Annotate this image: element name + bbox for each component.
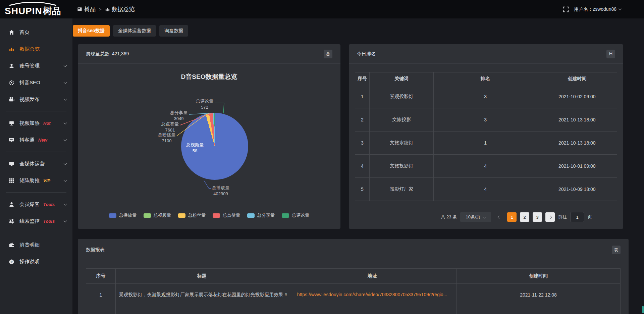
ranking-header-row: 序号 关键词 排名 创建时间 [355,72,617,85]
svg-text:?: ? [11,260,13,263]
cell-index: 1 [355,85,370,108]
chevron-right-icon [548,215,552,219]
page-size-select[interactable]: 10条/页 [460,212,491,222]
legend-item-likes[interactable]: 总点赞量 [213,212,240,218]
pagination: 共 23 条 10条/页 1 2 3 前往 页 [355,212,592,222]
ranking-card-title: 今日排名 [357,51,376,57]
scrollbar-thumb[interactable] [642,306,644,313]
sidebar-item-data-overview[interactable]: 数据总览 [0,41,72,57]
sidebar-item-video-heating[interactable]: 视频加热 Hot [0,115,72,132]
gear-icon [9,80,14,86]
sidebar-item-video-publish[interactable]: 视频发布 [0,91,72,108]
report-table-wrap: 序号 标题 地址 创建时间 1 景观投影灯，夜游景观投影灯厂家展示展示落花灯在花… [86,268,621,314]
sidebar-item-label: 消费明细 [19,242,40,248]
column-header-url: 地址 [288,269,457,284]
cell-rank: 1 [434,132,537,155]
cell-created: 2021-10-02 09:00 [537,85,617,108]
next-page-button[interactable] [545,212,555,222]
brand-logo[interactable]: SHUPIN 树品 [0,0,72,18]
user-icon [9,63,14,69]
goto-page-input[interactable] [570,212,584,222]
column-header-created: 创建时间 [456,269,620,284]
sidebar-item-operation-guide[interactable]: ? 操作说明 [0,253,72,270]
sidebar-item-label: 会员爆客 [19,201,40,208]
pie-callout-likes: 总点赞量7681 [160,121,180,133]
sidebar-item-account-management[interactable]: 账号管理 [0,57,72,74]
chevron-down-icon [483,215,486,218]
legend-item-fans[interactable]: 总粉丝量 [178,212,206,218]
page-button-3[interactable]: 3 [533,212,542,222]
prev-page-button[interactable] [494,212,504,222]
sidebar-item-label: 全媒体运营 [19,161,45,167]
sidebar-item-media-operation[interactable]: 全媒体运营 [0,155,72,172]
table-badge[interactable]: 表 [612,246,621,254]
breadcrumb-root[interactable]: 树品 [77,5,96,13]
cell-keyword: 投影灯厂家 [369,178,433,201]
tab-media-operation-data[interactable]: 全媒体运营数据 [113,25,156,37]
chevron-down-icon [64,81,67,84]
fullscreen-icon[interactable] [563,6,569,12]
ranking-row: 1 景观投影灯 3 2021-10-02 09:00 [355,85,617,108]
breadcrumb-current[interactable]: 数据总览 [105,5,135,13]
logo-arc-icon [7,1,58,6]
report-card-header: 数据报表 表 [78,239,629,261]
legend-item-plays[interactable]: 总播放量 [109,212,137,218]
cell-index: 4 [355,155,370,178]
pie-chart-title: D音SEO数据量总览 [78,72,340,81]
legend-item-videos[interactable]: 总视频量 [144,212,171,218]
cell-rank: 4 [434,155,537,178]
total-count: 共 23 条 [441,214,457,220]
cell-keyword: 文旅投影 [369,108,433,132]
username-dropdown[interactable]: 用户名：zswodun88 [574,6,621,12]
person-icon [9,202,14,207]
chevron-left-icon [497,215,501,219]
sidebar-item-consumption-detail[interactable]: 消费明细 [0,237,72,253]
hot-tag: Hot [43,121,51,126]
sidebar: 首页 数据总览 账号管理 抖音SEO 视频发布 视频加热 Hot 抖客通 New… [0,18,72,314]
topbar-right: 用户名：zswodun88 [563,6,644,12]
new-tag: New [38,138,47,143]
sidebar-item-douketong[interactable]: 抖客通 New [0,132,72,148]
today-ranking-card: 今日排名 日 序号 关键词 排名 创建时间 1 景观投影灯 [349,44,623,229]
report-row [86,306,621,314]
sidebar-item-home[interactable]: 首页 [0,24,72,41]
ranking-row: 4 文旅投影灯 4 2021-10-01 09:00 [355,155,617,178]
sidebar-item-member-baoke[interactable]: 会员爆客 Tools [0,196,72,213]
sidebar-item-matrix-boost[interactable]: 矩阵助推 VIP [0,172,72,189]
report-row: 1 景观投影灯，夜游景观投影灯厂家展示展示落花灯在花园里的灯光投影应用效果 # … [86,284,621,306]
page-button-2[interactable]: 2 [520,212,529,222]
cell-index: 1 [86,284,116,306]
sidebar-item-clue-monitor[interactable]: 线索监控 Tools [0,213,72,229]
chevron-down-icon [64,138,67,141]
total-badge[interactable]: 总 [324,50,332,58]
tab-inquiry-data[interactable]: 询盘数据 [159,25,188,37]
legend-item-shares[interactable]: 总分享量 [247,212,275,218]
sidebar-item-douyin-seo[interactable]: 抖音SEO [0,74,72,91]
column-header-title: 标题 [115,269,288,284]
tab-douyin-seo-data[interactable]: 抖音seo数据 [73,25,110,37]
data-tabs: 抖音seo数据 全媒体运营数据 询盘数据 [73,25,188,37]
app-window-icon [77,7,82,12]
report-table: 序号 标题 地址 创建时间 1 景观投影灯，夜游景观投影灯厂家展示展示落花灯在花… [86,268,621,314]
sidebar-divider [6,233,66,233]
legend-swatch [178,213,185,218]
sidebar-item-label: 线索监控 [19,218,40,224]
day-badge[interactable]: 日 [606,50,615,58]
cell-title: 景观投影灯，夜游景观投影灯厂家展示展示落花灯在花园里的灯光投影应用效果 # [115,284,288,306]
cell-index: 3 [355,132,370,155]
ranking-row: 3 文旅水纹灯 1 2021-10-13 18:00 [355,132,617,155]
billboard-icon [9,120,14,126]
breadcrumb-root-label: 树品 [84,5,96,13]
page-button-1[interactable]: 1 [507,212,517,222]
sidebar-item-label: 账号管理 [19,63,40,69]
report-link[interactable]: https://www.iesdouyin.com/share/video/70… [297,292,447,297]
monitor-icon [9,161,14,167]
chevron-down-icon [64,64,67,67]
impressions-total-title: 展现量总数: 421,369 [86,51,129,57]
legend-item-comments[interactable]: 总评论量 [282,212,309,218]
sidebar-item-label: 抖客通 [19,137,35,143]
report-header-row: 序号 标题 地址 创建时间 [86,269,621,284]
column-header-created: 创建时间 [537,72,617,85]
chat-bubble-icon [9,137,14,143]
chevron-down-icon [64,202,67,206]
